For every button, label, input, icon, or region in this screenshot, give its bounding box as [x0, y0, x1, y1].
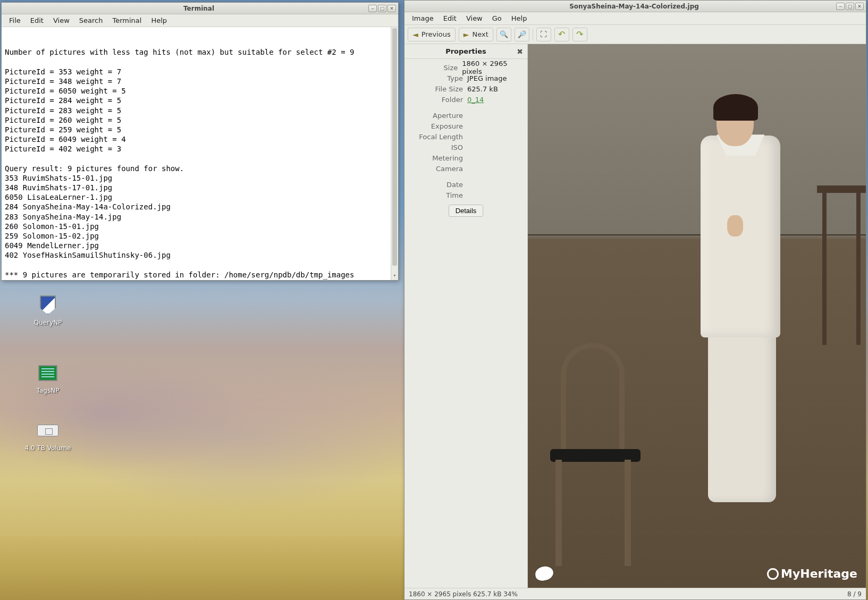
properties-content: Size1860 × 2965 pixels TypeJPEG image Fi…	[404, 59, 527, 220]
terminal-line: 402 YosefHaskinSamuilShutinsky-06.jpg	[5, 250, 395, 260]
menu-help[interactable]: Help	[147, 15, 171, 26]
heritage-text: MyHeritage	[781, 567, 857, 580]
previous-button[interactable]: ◄ Previous	[408, 28, 456, 41]
close-panel-button[interactable]: ✖	[517, 47, 523, 56]
image-viewer-window: SonyaSheina-May-14a-Colorized.jpg ‒ □ ✕ …	[404, 0, 866, 600]
menu-file[interactable]: File	[5, 15, 25, 26]
viewer-main: Properties ✖ Size1860 × 2965 pixels Type…	[404, 44, 866, 588]
menu-search[interactable]: Search	[75, 15, 107, 26]
maximize-button[interactable]: □	[846, 3, 854, 10]
toolbar-separator	[533, 29, 533, 40]
terminal-scrollbar[interactable]: ▾	[391, 27, 398, 280]
photo-content: MyHeritage	[528, 44, 866, 588]
prop-value-type: JPEG image	[467, 74, 507, 82]
terminal-line: PictureId = 6049 weight = 4	[5, 134, 395, 144]
image-display-area[interactable]: MyHeritage	[528, 44, 866, 588]
terminal-line: 260 Solomon-15-01.jpg	[5, 222, 395, 231]
terminal-titlebar[interactable]: Terminal ‒ □ ✕	[2, 3, 398, 14]
drive-icon	[36, 419, 60, 442]
desktop-icon-volume[interactable]: 4.0 TB Volume	[16, 419, 80, 452]
zoom-out-button[interactable]: 🔎	[515, 28, 529, 41]
terminal-line: PictureId = 260 weight = 5	[5, 115, 395, 125]
menu-view[interactable]: View	[49, 15, 74, 26]
terminal-menubar: File Edit View Search Terminal Help	[2, 14, 398, 27]
menu-view[interactable]: View	[462, 13, 487, 23]
rotate-left-button[interactable]: ↶	[554, 28, 569, 41]
photo-table	[820, 185, 863, 345]
scrollbar-thumb[interactable]	[392, 28, 397, 266]
terminal-line: 259 Solomon-15-02.jpg	[5, 231, 395, 241]
menu-help[interactable]: Help	[507, 13, 532, 23]
menu-edit[interactable]: Edit	[26, 15, 48, 26]
details-button[interactable]: Details	[449, 205, 484, 217]
terminal-line: 353 RuvimShats-15-01.jpg	[5, 173, 395, 183]
terminal-line: 6049 MendelLerner.jpg	[5, 241, 395, 250]
terminal-line: PictureId = 402 weight = 3	[5, 144, 395, 154]
terminal-window: Terminal ‒ □ ✕ File Edit View Search Ter…	[1, 2, 399, 281]
status-right: 8 / 9	[847, 590, 862, 598]
palette-icon	[534, 565, 554, 582]
terminal-line: PictureId = 259 weight = 5	[5, 125, 395, 134]
prop-label-size: Size	[409, 64, 462, 72]
terminal-line	[5, 154, 395, 163]
prop-label-date: Date	[409, 181, 467, 189]
terminal-line	[5, 57, 395, 67]
prop-label-aperture: Aperture	[409, 112, 467, 120]
zoom-fit-button[interactable]: ⛶	[536, 28, 551, 41]
desktop-icon-label: TagsNP	[16, 387, 80, 394]
prop-label-folder: Folder	[409, 96, 467, 104]
minimize-button[interactable]: ‒	[836, 3, 845, 10]
terminal-line: PictureId = 283 weight = 5	[5, 106, 395, 115]
prop-label-camera: Camera	[409, 165, 467, 173]
terminal-title: Terminal	[29, 5, 368, 12]
close-button[interactable]: ✕	[387, 5, 396, 12]
viewer-titlebar[interactable]: SonyaSheina-May-14a-Colorized.jpg ‒ □ ✕	[404, 1, 866, 12]
terminal-line: PictureId = 353 weight = 7	[5, 67, 395, 77]
prop-value-size: 1860 × 2965 pixels	[462, 60, 523, 75]
script-icon	[36, 361, 60, 385]
zoom-in-button[interactable]: 🔍	[496, 28, 511, 41]
terminal-body[interactable]: Number of pictures with less tag hits (n…	[2, 27, 398, 280]
terminal-line: 6050 LisaLeaLerner-1.jpg	[5, 192, 395, 202]
menu-edit[interactable]: Edit	[439, 13, 461, 23]
previous-label: Previous	[422, 30, 451, 38]
prop-value-filesize: 625.7 kB	[467, 85, 498, 93]
prop-label-time: Time	[409, 191, 467, 199]
terminal-line	[5, 280, 395, 280]
terminal-line: PictureId = 284 weight = 5	[5, 96, 395, 105]
photo-figure	[690, 98, 796, 566]
rotate-left-icon: ↶	[558, 29, 565, 39]
minimize-button[interactable]: ‒	[368, 5, 377, 12]
menu-terminal[interactable]: Terminal	[108, 15, 146, 26]
terminal-line: Number of pictures with less tag hits (n…	[5, 47, 395, 57]
prop-value-folder[interactable]: 0_14	[467, 96, 484, 104]
scroll-down-icon[interactable]: ▾	[391, 273, 398, 280]
desktop-icon-querynp[interactable]: QueryNP	[16, 293, 80, 326]
menu-go[interactable]: Go	[488, 13, 506, 23]
terminal-line: Query result: 9 pictures found for show.	[5, 164, 395, 173]
photo-chair	[545, 343, 641, 566]
maximize-button[interactable]: □	[378, 5, 386, 12]
close-button[interactable]: ✕	[855, 3, 864, 10]
chevron-right-icon: ►	[464, 30, 469, 39]
next-button[interactable]: ► Next	[459, 28, 493, 41]
terminal-line: 284 SonyaSheina-May-14a-Colorized.jpg	[5, 202, 395, 212]
desktop-icon-tagsnp[interactable]: TagsNP	[16, 361, 80, 394]
prop-label-type: Type	[409, 74, 467, 82]
fit-icon: ⛶	[540, 30, 547, 38]
prop-label-metering: Metering	[409, 154, 467, 162]
prop-label-focal: Focal Length	[409, 133, 467, 141]
desktop-icon-label: 4.0 TB Volume	[16, 444, 80, 452]
prop-label-exposure: Exposure	[409, 122, 467, 130]
rotate-right-button[interactable]: ↷	[572, 28, 587, 41]
terminal-line: PictureId = 348 weight = 7	[5, 77, 395, 86]
terminal-line: 283 SonyaSheina-May-14.jpg	[5, 212, 395, 222]
properties-title: Properties	[445, 47, 486, 55]
terminal-line: *** 9 pictures are temporarily stored in…	[5, 270, 395, 280]
viewer-statusbar: 1860 × 2965 pixels 625.7 kB 34% 8 / 9	[404, 588, 866, 599]
prop-label-iso: ISO	[409, 143, 467, 151]
viewer-toolbar: ◄ Previous ► Next 🔍 🔎 ⛶ ↶ ↷	[404, 25, 866, 44]
shield-icon	[36, 293, 60, 317]
menu-image[interactable]: Image	[408, 13, 438, 23]
myheritage-watermark: MyHeritage	[767, 567, 857, 580]
